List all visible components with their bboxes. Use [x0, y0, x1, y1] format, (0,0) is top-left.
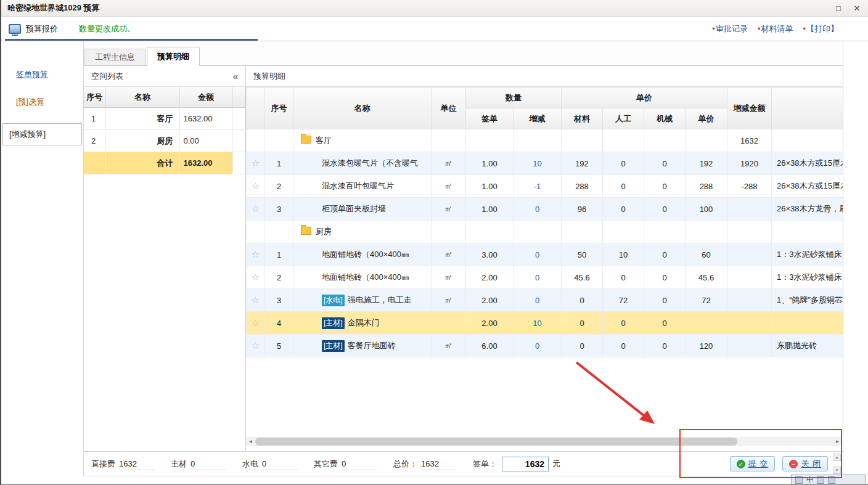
star-cell — [247, 221, 265, 243]
star-icon[interactable]: ☆ — [252, 181, 260, 191]
star-icon[interactable]: ☆ — [252, 203, 260, 214]
scrollbar-thumb[interactable] — [255, 438, 737, 446]
item-row[interactable]: ☆2混水漆百叶包暖气片㎡1.00-128800288-28826×38木方或15… — [247, 175, 843, 198]
tab-budget-detail[interactable]: 预算明细 — [147, 47, 200, 66]
toolbar-link[interactable]: •材料清单 — [758, 23, 793, 35]
nav-item-sign-budget[interactable]: 签单预算 — [16, 69, 83, 80]
sign-amount-input[interactable] — [502, 457, 549, 471]
labor-cell: 0 — [603, 312, 644, 335]
star-icon[interactable]: ☆ — [252, 295, 260, 305]
unit-price-cell: 72 — [686, 289, 727, 312]
ime-language-bar[interactable]: 中 — [791, 475, 866, 485]
sign-unit-label: 元 — [552, 459, 560, 470]
material-cell: 288 — [562, 175, 603, 198]
status-message: 数量更改成功。 — [79, 23, 135, 35]
item-row[interactable]: ☆3[水电]强电施工，电工走㎡2.0000720721、“鸽牌”多股铜芯 — [247, 289, 843, 312]
item-row[interactable]: ☆3柜顶单面夹板封墙㎡1.000960010026×38木方龙骨，刷 — [247, 198, 843, 221]
star-icon[interactable]: ☆ — [252, 272, 260, 282]
star-cell: ☆ — [247, 243, 265, 266]
folder-icon — [301, 227, 311, 235]
change-qty-cell: 10 — [514, 312, 562, 335]
item-row[interactable]: ☆2地面铺地砖（400×400㎜㎡2.00045.60045.61：3水泥砂浆铺… — [247, 266, 843, 289]
labor-cell: 0 — [603, 175, 644, 198]
total-label: 合计 — [105, 152, 179, 174]
unit-cell: ㎡ — [432, 243, 466, 266]
space-total-row[interactable]: 合计 1632.00 — [84, 152, 245, 174]
item-row[interactable]: ☆1混水漆包暖气片（不含暖气㎡1.001019200192192026×38木方… — [247, 152, 843, 175]
scroll-left-icon[interactable]: ◄ — [246, 439, 255, 444]
row-no-cell: 1 — [265, 152, 293, 175]
footer-vertical-scrollbar[interactable]: ▲ ▼ — [833, 454, 841, 474]
detail-panel-header: 预算明细 — [246, 66, 843, 87]
close-button[interactable]: − 关 闭 — [782, 456, 828, 471]
toolbar-link[interactable]: •【打印】 — [803, 23, 838, 35]
change-amount-cell — [727, 312, 772, 335]
budget-detail-panel: 预算明细 序号 名称 单位 数量 — [246, 66, 843, 451]
category-badge: [主材] — [322, 340, 345, 352]
change-amount-cell — [727, 289, 772, 312]
maximize-icon[interactable]: □ — [833, 4, 843, 13]
change-qty-cell: 0 — [514, 289, 562, 312]
space-row[interactable]: 1客厅1632.00 — [84, 108, 245, 130]
unit-price-cell — [686, 312, 727, 335]
star-icon[interactable]: ☆ — [252, 317, 260, 328]
labor-cell: 0 — [603, 152, 644, 175]
change-amount-cell: 1920 — [727, 152, 772, 175]
tab-project-info[interactable]: 工程主信息 — [84, 49, 145, 65]
nav-item-settlement[interactable]: [预]决算 — [16, 96, 83, 107]
remark-cell — [772, 129, 843, 152]
scroll-up-icon[interactable]: ▲ — [833, 454, 841, 461]
category-row[interactable]: 客厅1632 — [247, 129, 843, 152]
item-name-cell: [主材]金隅木门 — [293, 312, 432, 335]
item-row[interactable]: ☆5[主材]客餐厅地面砖㎡6.000000120东鹏抛光砖 — [247, 335, 843, 357]
toolbar-link[interactable]: •审批记录 — [712, 23, 748, 35]
collapse-panel-icon[interactable]: « — [233, 71, 238, 81]
row-no-cell: 2 — [265, 266, 293, 289]
category-badge: [水电] — [322, 295, 345, 306]
col-no: 序号 — [265, 88, 293, 129]
submit-button[interactable]: ✓ 提 交 — [730, 456, 776, 471]
item-row[interactable]: ☆1地面铺地砖（400×400㎜㎡3.00050100601：3水泥砂浆铺床，灰 — [247, 243, 843, 266]
category-name: 客厅 — [316, 136, 332, 145]
space-table: 序号 名称 金额 1客厅1632.002厨房0.00 合计 1632.00 — [84, 87, 245, 174]
bullet-icon: • — [712, 24, 715, 33]
summary-label: 其它费 — [314, 459, 338, 470]
category-row[interactable]: 厨房 — [247, 221, 843, 243]
star-cell: ☆ — [247, 335, 265, 357]
material-cell: 0 — [562, 335, 603, 357]
col-remark — [772, 88, 843, 129]
machine-cell: 0 — [644, 198, 686, 221]
col-qty-group: 数量 — [466, 88, 562, 108]
star-icon[interactable]: ☆ — [252, 340, 260, 351]
labor-cell: 0 — [603, 198, 644, 221]
star-column-header — [247, 88, 265, 129]
space-row[interactable]: 2厨房0.00 — [84, 130, 245, 152]
star-icon[interactable]: ☆ — [252, 249, 260, 259]
labor-cell: 0 — [603, 335, 644, 357]
change-amount-cell — [727, 243, 772, 266]
scroll-right-icon[interactable]: ► — [833, 439, 842, 444]
scroll-down-icon[interactable]: ▼ — [833, 467, 841, 474]
space-row-no: 1 — [84, 108, 105, 130]
nav-item-adjust-budget[interactable]: [增减预算] — [2, 123, 82, 145]
item-row[interactable]: ☆4[主材]金隅木门2.0010000 — [247, 312, 843, 335]
sign-qty-cell: 1.00 — [466, 175, 514, 198]
folder-icon — [301, 136, 311, 144]
change-qty-cell: 0 — [514, 243, 562, 266]
row-no-cell: 3 — [265, 198, 293, 221]
close-icon[interactable]: ✕ — [852, 4, 862, 13]
ime-language-indicator[interactable]: 中 — [806, 475, 813, 484]
toolbar-tab-budget-quote[interactable]: 预算报价 — [26, 23, 58, 35]
item-name-cell: 混水漆包暖气片（不含暖气 — [293, 152, 432, 175]
detail-panel-title: 预算明细 — [253, 71, 285, 82]
unit-price-cell: 120 — [686, 335, 727, 357]
col-material: 材料 — [562, 108, 603, 129]
horizontal-scrollbar[interactable]: ◄ ► — [246, 437, 842, 446]
bullet-icon: • — [758, 24, 761, 33]
material-cell: 0 — [562, 312, 603, 335]
unit-price-cell: 100 — [686, 198, 727, 221]
unit-cell: ㎡ — [432, 289, 466, 312]
row-no-cell: 3 — [265, 289, 293, 312]
star-icon[interactable]: ☆ — [252, 158, 260, 168]
window-titlebar: 哈密绿地世界城1029 预算 □ ✕ — [1, 0, 868, 17]
